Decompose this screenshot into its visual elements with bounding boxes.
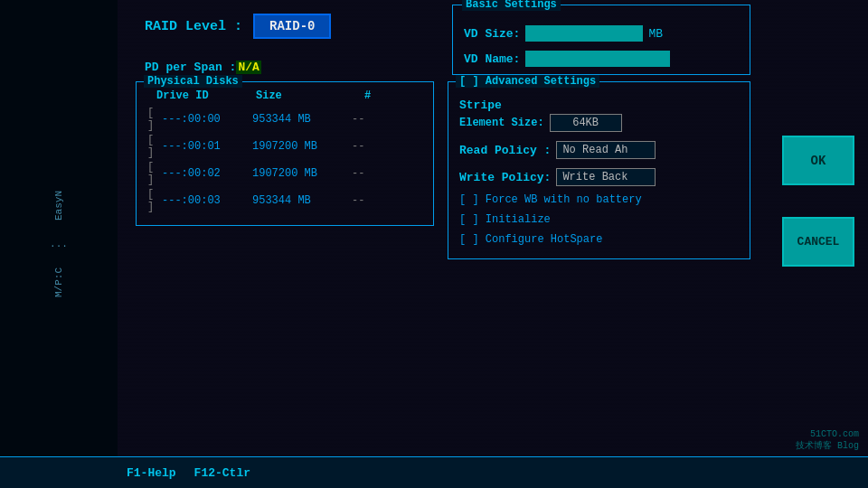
write-policy-input[interactable]: Write Back — [556, 168, 656, 186]
vd-size-input[interactable] — [525, 25, 643, 42]
vd-size-label: VD Size: — [464, 27, 520, 41]
raid-level-label: RAID Level : — [145, 19, 242, 34]
disk-id-1: ---:00:01 — [162, 140, 252, 153]
disk-row-0[interactable]: [ ] ---:00:00 953344 MB -- — [147, 106, 422, 133]
cancel-button[interactable]: CANCEL — [782, 217, 854, 267]
pd-span-label: PD per Span : — [145, 61, 236, 74]
write-policy-row: Write Policy: Write Back — [459, 168, 739, 186]
disk-size-2: 1907200 MB — [252, 167, 352, 180]
raid-value-box[interactable]: RAID-0 — [253, 14, 331, 39]
physical-disks-panel: Physical Disks Drive ID Size # [ ] ---:0… — [136, 81, 434, 226]
disk-row-3[interactable]: [ ] ---:00:03 953344 MB -- — [147, 187, 422, 214]
disk-header-id: Drive ID — [156, 89, 238, 102]
f1-help: F1-Help — [127, 466, 176, 480]
bottom-bar: F1-Help F12-Ctlr — [0, 456, 868, 488]
disk-selector-0: [ ] — [147, 107, 162, 132]
write-policy-label: Write Policy: — [459, 171, 551, 184]
disk-row-2[interactable]: [ ] ---:00:02 1907200 MB -- — [147, 160, 422, 187]
side-dots: ... — [50, 239, 68, 249]
disk-header-size: Size — [256, 89, 346, 102]
disk-row-1[interactable]: [ ] ---:00:01 1907200 MB -- — [147, 133, 422, 160]
basic-settings-panel: Basic Settings VD Size: MB VD Name: — [452, 5, 750, 75]
disk-num-0: -- — [352, 113, 364, 126]
disk-selector-2: [ ] — [147, 161, 162, 186]
read-policy-row: Read Policy : No Read Ah — [459, 141, 739, 159]
advanced-settings-title: [ ] Advanced Settings — [456, 75, 599, 88]
left-side-panel: EasyN ... M/P:C — [0, 0, 118, 488]
pd-span-value: N/A — [236, 61, 260, 74]
disk-size-1: 1907200 MB — [252, 140, 352, 153]
hotspare-row[interactable]: [ ] Configure HotSpare — [459, 233, 739, 246]
physical-disks-title: Physical Disks — [144, 75, 242, 88]
initialize-text: [ ] Initialize — [459, 213, 551, 226]
stripe-label: Stripe — [459, 99, 739, 112]
watermark-line1: 51CTO.com — [796, 429, 859, 439]
disk-id-0: ---:00:00 — [162, 113, 252, 126]
side-label-mp: M/P:C — [53, 267, 64, 297]
disk-num-3: -- — [352, 194, 364, 207]
force-wb-row[interactable]: [ ] Force WB with no battery — [459, 193, 739, 206]
element-size-input[interactable]: 64KB — [550, 114, 622, 132]
disk-selector-3: [ ] — [147, 188, 162, 213]
vd-size-row: VD Size: MB — [464, 25, 739, 42]
disk-table-header: Drive ID Size # — [147, 89, 422, 102]
force-wb-text: [ ] Force WB with no battery — [459, 193, 642, 206]
advanced-settings-panel: [ ] Advanced Settings Stripe Element Siz… — [448, 81, 750, 259]
disk-size-0: 953344 MB — [252, 113, 352, 126]
read-policy-input[interactable]: No Read Ah — [556, 141, 656, 159]
disk-id-2: ---:00:02 — [162, 167, 252, 180]
disk-id-3: ---:00:03 — [162, 194, 252, 207]
vd-name-input[interactable] — [525, 51, 670, 67]
initialize-row[interactable]: [ ] Initialize — [459, 213, 739, 226]
disk-num-2: -- — [352, 167, 364, 180]
disk-selector-1: [ ] — [147, 134, 162, 159]
side-label-easy: EasyN — [53, 191, 64, 221]
vd-name-row: VD Name: — [464, 51, 739, 67]
f12-ctrl: F12-Ctlr — [194, 466, 250, 480]
stripe-section: Stripe Element Size: 64KB — [459, 99, 739, 132]
disk-num-1: -- — [352, 140, 364, 153]
hotspare-text: [ ] Configure HotSpare — [459, 233, 602, 246]
raid-level-section: RAID Level : RAID-0 — [145, 14, 331, 39]
disk-size-3: 953344 MB — [252, 194, 352, 207]
ok-button[interactable]: OK — [782, 136, 854, 185]
read-policy-label: Read Policy : — [459, 144, 551, 157]
vd-size-unit: MB — [648, 27, 663, 41]
watermark-line2: 技术博客 Blog — [796, 439, 859, 452]
vd-name-label: VD Name: — [464, 52, 520, 66]
pd-span-section: PD per Span :N/A — [145, 59, 261, 75]
element-size-label: Element Size: — [459, 117, 544, 129]
watermark: 51CTO.com 技术博客 Blog — [796, 429, 859, 452]
disk-header-hash: # — [364, 89, 382, 102]
basic-settings-title: Basic Settings — [462, 0, 561, 11]
